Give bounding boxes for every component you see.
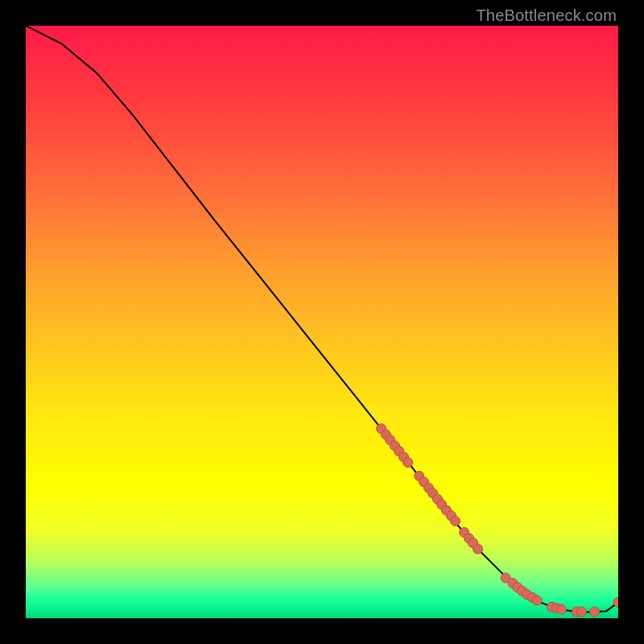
attribution-text: TheBottleneck.com: [476, 6, 617, 25]
plot-area: [26, 26, 618, 618]
data-marker: [473, 544, 483, 554]
chart-overlay: [26, 26, 618, 618]
data-marker: [403, 457, 413, 467]
data-marker: [576, 607, 586, 617]
data-marker: [451, 516, 460, 526]
data-marker: [532, 596, 542, 605]
data-marker: [590, 607, 600, 617]
data-marker: [556, 605, 566, 614]
curve-line: [26, 26, 618, 613]
chart-container: TheBottleneck.com: [0, 0, 644, 644]
